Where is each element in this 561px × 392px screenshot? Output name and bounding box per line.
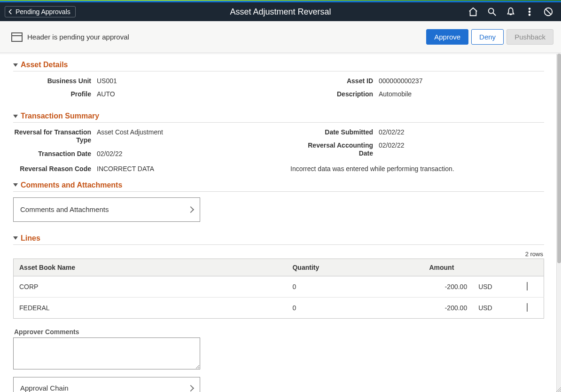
section-transaction-summary-title: Transaction Summary: [21, 112, 99, 120]
approver-comments-input[interactable]: [13, 337, 200, 369]
label-profile: Profile: [13, 90, 97, 98]
chevron-right-icon: [187, 385, 194, 392]
value-date-submitted: 02/02/22: [379, 128, 405, 136]
cell-currency: USD: [473, 276, 511, 297]
value-reversal-note: Incorrect data was entered while perform…: [276, 165, 454, 172]
approve-button[interactable]: Approve: [426, 29, 468, 45]
section-transaction-summary-toggle[interactable]: Transaction Summary: [13, 112, 544, 123]
cell-quantity: 0: [287, 276, 423, 297]
cell-book-name: FEDERAL: [14, 297, 287, 318]
approval-chain-tile[interactable]: Approval Chain: [13, 377, 200, 392]
cell-quantity: 0: [287, 297, 423, 318]
subheader: Header is pending your approval Approve …: [0, 21, 561, 53]
lines-row-count: 2 rows: [13, 251, 543, 258]
navbar: Pending Approvals Asset Adjustment Rever…: [0, 2, 561, 21]
section-lines-toggle[interactable]: Lines: [13, 234, 544, 245]
comments-attachments-tile-label: Comments and Attachments: [20, 205, 109, 213]
asset-details-grid: Business Unit US001 Profile AUTO Asset I…: [13, 77, 544, 103]
section-lines-title: Lines: [21, 234, 40, 243]
approval-message: Header is pending your approval: [27, 33, 129, 41]
label-business-unit: Business Unit: [13, 77, 97, 85]
svg-point-2: [529, 11, 530, 13]
deny-button[interactable]: Deny: [471, 29, 504, 45]
section-comments-toggle[interactable]: Comments and Attachments: [13, 181, 544, 192]
section-asset-details-title: Asset Details: [21, 61, 68, 69]
label-reversal-type: Reversal for Transaction Type: [13, 128, 97, 144]
value-reversal-reason: INCORRECT DATA: [97, 165, 154, 172]
chevron-right-icon: [527, 303, 528, 312]
back-button[interactable]: Pending Approvals: [5, 6, 76, 17]
chevron-left-icon: [7, 8, 14, 15]
col-header-nav: [511, 259, 544, 276]
value-reversal-accounting-date: 02/02/22: [379, 141, 405, 149]
reversal-reason-line: Reversal Reason Code INCORRECT DATA Inco…: [13, 165, 544, 172]
section-comments-title: Comments and Attachments: [21, 181, 122, 189]
value-asset-id: 000000000237: [379, 77, 422, 85]
label-reversal-accounting-date: Reversal Accounting Date: [295, 141, 379, 157]
row-detail-button[interactable]: [511, 276, 544, 297]
cell-book-name: CORP: [14, 276, 287, 297]
label-reversal-reason: Reversal Reason Code: [13, 165, 97, 172]
cell-amount: -200.00: [423, 297, 473, 318]
lines-table: Asset Book Name Quantity Amount CORP 0 -…: [13, 259, 544, 319]
transaction-summary-grid: Reversal for Transaction Type Asset Cost…: [13, 128, 544, 163]
row-detail-button[interactable]: [511, 297, 544, 318]
caret-down-icon: [13, 63, 18, 67]
table-row[interactable]: CORP 0 -200.00 USD: [14, 276, 544, 297]
approval-message-group: Header is pending your approval: [11, 32, 129, 42]
caret-down-icon: [13, 183, 18, 187]
col-header-quantity[interactable]: Quantity: [287, 259, 423, 276]
label-description: Description: [295, 90, 379, 98]
svg-point-1: [529, 8, 530, 9]
value-description: Automobile: [379, 90, 412, 98]
scrollbar-thumb[interactable]: [557, 54, 561, 263]
notifications-icon[interactable]: [506, 7, 516, 17]
action-button-row: Approve Deny Pushback: [426, 29, 553, 45]
section-asset-details-toggle[interactable]: Asset Details: [13, 61, 544, 71]
actions-menu-icon[interactable]: [524, 7, 535, 17]
svg-point-0: [489, 8, 494, 14]
cell-currency: USD: [473, 297, 511, 318]
label-transaction-date: Transaction Date: [13, 150, 97, 157]
content-scroll-area[interactable]: Asset Details Business Unit US001 Profil…: [0, 54, 557, 392]
value-transaction-date: 02/02/22: [97, 150, 123, 157]
home-icon[interactable]: [468, 7, 478, 17]
comments-attachments-tile[interactable]: Comments and Attachments: [13, 197, 200, 222]
search-icon[interactable]: [487, 7, 497, 17]
value-business-unit: US001: [97, 77, 117, 85]
pushback-button: Pushback: [506, 29, 553, 45]
nav-end-icon[interactable]: [543, 7, 553, 17]
navbar-icon-group: [468, 7, 561, 17]
svg-point-3: [529, 14, 530, 16]
caret-down-icon: [13, 115, 18, 118]
cell-amount: -200.00: [423, 276, 473, 297]
document-icon: [11, 32, 23, 42]
caret-down-icon: [13, 236, 18, 240]
table-row[interactable]: FEDERAL 0 -200.00 USD: [14, 297, 544, 318]
page-title: Asset Adjustment Reversal: [230, 7, 331, 17]
value-profile: AUTO: [97, 90, 115, 98]
back-button-label: Pending Approvals: [16, 8, 70, 16]
value-reversal-type: Asset Cost Adjustment: [97, 128, 163, 136]
label-date-submitted: Date Submitted: [295, 128, 379, 136]
label-asset-id: Asset ID: [295, 77, 379, 85]
col-header-book-name[interactable]: Asset Book Name: [14, 259, 287, 276]
approval-chain-tile-label: Approval Chain: [20, 384, 69, 392]
col-header-amount[interactable]: Amount: [423, 259, 511, 276]
label-approver-comments: Approver Comments: [14, 328, 544, 336]
chevron-right-icon: [187, 206, 194, 213]
chevron-right-icon: [527, 282, 528, 290]
